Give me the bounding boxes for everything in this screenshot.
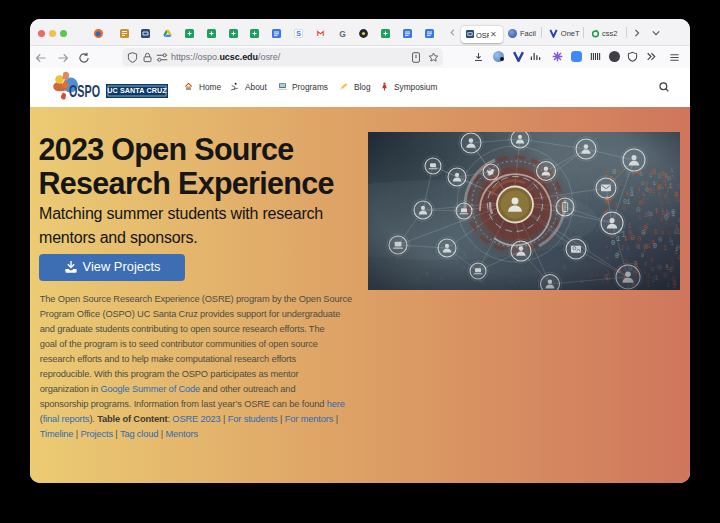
svg-text:S: S: [296, 30, 301, 37]
svg-text:G: G: [339, 29, 346, 38]
